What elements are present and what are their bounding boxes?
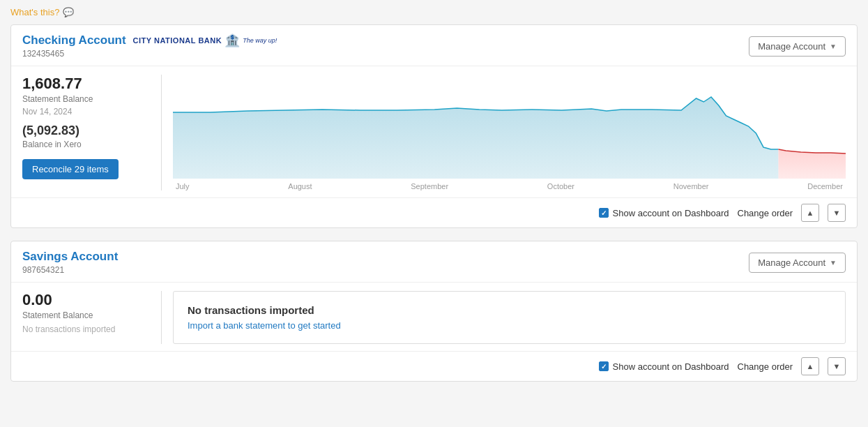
savings-card-body: 0.00 Statement Balance No transactions i…	[11, 283, 857, 351]
savings-order-up-button[interactable]: ▲	[801, 357, 819, 375]
month-october: October	[547, 182, 574, 190]
month-july: July	[176, 182, 190, 190]
checking-xero-balance: (5,092.83)	[22, 123, 150, 138]
checking-account-name: Checking Account	[22, 33, 126, 47]
checking-show-dashboard-label: Show account on Dashboard	[613, 208, 729, 218]
savings-change-order-label: Change order	[738, 361, 793, 372]
checking-xero-label: Balance in Xero	[22, 140, 150, 149]
month-august: August	[288, 182, 312, 190]
checking-order-down-button[interactable]: ▼	[828, 204, 846, 222]
savings-manage-label: Manage Account	[758, 257, 825, 268]
checking-card-header: Checking Account City National Bank 🏦 Th…	[11, 25, 857, 66]
checking-statement-balance-label: Statement Balance	[22, 94, 150, 104]
chart-month-labels: July August September October November D…	[173, 182, 846, 190]
month-november: November	[673, 182, 709, 190]
checking-title-row: Checking Account City National Bank 🏦 Th…	[22, 33, 277, 47]
savings-no-transactions-panel: No transactions imported Import a bank s…	[173, 291, 846, 344]
checking-order-up-button[interactable]: ▲	[801, 204, 819, 222]
whats-this-label: What's this?	[10, 7, 59, 17]
savings-account-card: Savings Account 987654321 Manage Account…	[10, 241, 858, 382]
checking-card-footer: Show account on Dashboard Change order ▲…	[11, 197, 857, 227]
bank-tagline: The way up!	[243, 37, 277, 44]
checking-balance-date: Nov 14, 2024	[22, 107, 150, 117]
bank-name-text: City National Bank	[133, 36, 222, 45]
checking-chart-panel: July August September October November D…	[162, 75, 846, 190]
checking-show-dashboard-checkbox[interactable]	[599, 208, 609, 218]
bank-icon: 🏦	[224, 34, 240, 47]
checking-change-order-label: Change order	[738, 208, 793, 218]
savings-import-link[interactable]: Import a bank statement to get started	[188, 320, 341, 331]
savings-statement-balance-label: Statement Balance	[22, 310, 150, 320]
savings-balance-panel: 0.00 Statement Balance No transactions i…	[22, 291, 162, 344]
manage-chevron-icon: ▼	[830, 43, 837, 50]
checking-statement-balance: 1,608.77	[22, 75, 150, 93]
checking-card-body: 1,608.77 Statement Balance Nov 14, 2024 …	[11, 66, 857, 197]
month-september: September	[411, 182, 448, 190]
checking-show-dashboard: Show account on Dashboard	[599, 208, 729, 218]
checking-account-number: 132435465	[22, 49, 277, 59]
month-december: December	[807, 182, 843, 190]
savings-order-down-button[interactable]: ▼	[828, 357, 846, 375]
checking-balance-panel: 1,608.77 Statement Balance Nov 14, 2024 …	[22, 75, 162, 190]
checking-manage-account-button[interactable]: Manage Account ▼	[749, 36, 846, 57]
savings-title-group: Savings Account 987654321	[22, 250, 118, 275]
checking-title-group: Checking Account City National Bank 🏦 Th…	[22, 33, 277, 59]
savings-manage-account-button[interactable]: Manage Account ▼	[749, 253, 846, 273]
savings-show-dashboard-label: Show account on Dashboard	[613, 361, 729, 372]
savings-no-trans-title: No transactions imported	[188, 304, 831, 316]
savings-no-trans-text: No transactions imported	[22, 324, 150, 334]
savings-card-header: Savings Account 987654321 Manage Account…	[11, 241, 857, 283]
savings-show-dashboard: Show account on Dashboard	[599, 361, 729, 372]
checking-manage-label: Manage Account	[758, 41, 825, 52]
whats-this-icon: 💬	[63, 7, 74, 17]
savings-account-number: 987654321	[22, 265, 118, 275]
checking-account-card: Checking Account City National Bank 🏦 Th…	[10, 24, 858, 228]
savings-title-row: Savings Account	[22, 250, 118, 264]
whats-this-link[interactable]: What's this? 💬	[10, 7, 858, 17]
savings-show-dashboard-checkbox[interactable]	[599, 361, 609, 371]
reconcile-label: Reconcile 29 items	[32, 164, 109, 174]
city-national-bank-logo: City National Bank 🏦 The way up!	[133, 34, 277, 47]
savings-account-name: Savings Account	[22, 250, 118, 264]
savings-card-footer: Show account on Dashboard Change order ▲…	[11, 351, 857, 381]
savings-statement-balance: 0.00	[22, 291, 150, 309]
reconcile-button[interactable]: Reconcile 29 items	[22, 159, 119, 179]
savings-manage-chevron-icon: ▼	[830, 259, 837, 267]
checking-chart	[173, 77, 846, 179]
